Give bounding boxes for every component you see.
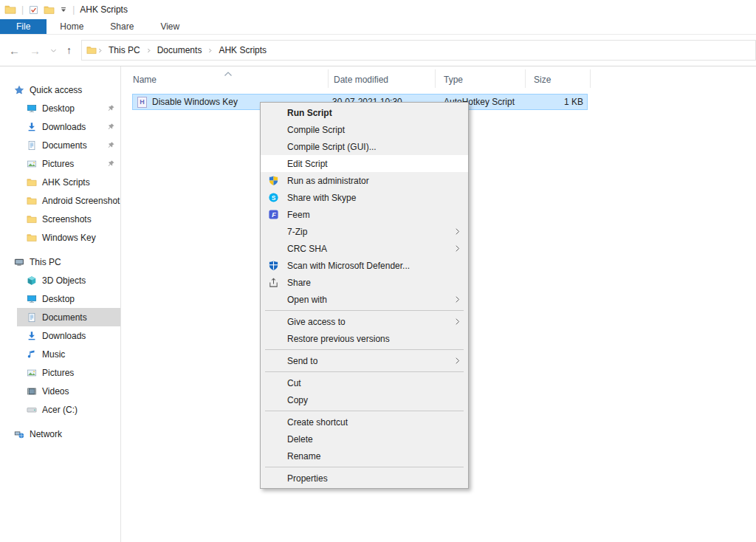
context-menu: Run ScriptCompile ScriptCompile Script (… xyxy=(260,102,469,489)
menu-item-label: Open with xyxy=(287,295,327,305)
menu-separator xyxy=(265,349,464,350)
sidebar-item-label: Downloads xyxy=(42,331,86,341)
menu-separator xyxy=(265,310,464,311)
menu-item-run-script[interactable]: Run Script xyxy=(261,104,468,121)
menu-item-label: Restore previous versions xyxy=(287,334,390,344)
column-header-name[interactable]: Name xyxy=(128,69,329,88)
menu-item-delete[interactable]: Delete xyxy=(261,430,468,447)
sidebar-item-screenshots[interactable]: Screenshots xyxy=(0,210,120,228)
forward-button[interactable]: → xyxy=(30,45,41,56)
menu-item-open-with[interactable]: Open with xyxy=(261,291,468,308)
defender-icon xyxy=(268,260,279,271)
sidebar-item-videos[interactable]: Videos xyxy=(0,382,120,400)
sidebar-item-label: Downloads xyxy=(42,122,86,132)
sidebar-item-downloads[interactable]: Downloads xyxy=(0,326,120,345)
monitor-icon xyxy=(27,294,37,304)
sidebar-item-documents[interactable]: Documents xyxy=(0,308,120,326)
menu-item-cut[interactable]: Cut xyxy=(261,374,468,391)
menu-item-edit-script[interactable]: Edit Script xyxy=(261,155,468,172)
download-icon xyxy=(27,331,37,341)
menu-item-create-shortcut[interactable]: Create shortcut xyxy=(261,414,468,430)
tab-home[interactable]: Home xyxy=(47,19,97,34)
sidebar-item-ahk-scripts[interactable]: AHK Scripts xyxy=(0,173,120,191)
menu-item-copy[interactable]: Copy xyxy=(261,391,468,408)
column-header-size[interactable]: Size xyxy=(526,69,591,88)
menu-item-properties[interactable]: Properties xyxy=(261,470,468,487)
sidebar-item-label: Pictures xyxy=(42,159,74,169)
sidebar-section-gap xyxy=(0,419,120,425)
sidebar-item-this-pc[interactable]: This PC xyxy=(0,253,120,271)
cube-icon xyxy=(27,275,37,286)
chev-icon xyxy=(453,295,461,303)
tab-share[interactable]: Share xyxy=(97,19,147,34)
menu-item-label: Properties xyxy=(287,473,328,484)
menu-item-label: Share with Skype xyxy=(287,193,356,203)
sidebar-item-quick-access[interactable]: Quick access xyxy=(0,80,120,99)
menu-item-send-to[interactable]: Send to xyxy=(261,352,468,369)
menu-item-run-as-administrator[interactable]: Run as administrator xyxy=(261,172,468,189)
sidebar-item-label: Windows Key xyxy=(42,233,96,243)
column-header-label: Size xyxy=(534,75,551,85)
menu-item-compile-script-gui[interactable]: Compile Script (GUI)... xyxy=(261,138,468,155)
menu-item-compile-script[interactable]: Compile Script xyxy=(261,121,468,138)
sidebar-section-gap xyxy=(0,247,120,253)
menu-item-restore-previous-versions[interactable]: Restore previous versions xyxy=(261,330,468,347)
menu-item-crc-sha[interactable]: CRC SHA xyxy=(261,240,468,257)
column-headers: Name Date modified Type Size xyxy=(121,69,756,88)
tab-file[interactable]: File xyxy=(0,19,47,34)
menu-item-share[interactable]: Share xyxy=(261,274,468,291)
sidebar-item-label: Music xyxy=(42,349,65,360)
sidebar-item-label: This PC xyxy=(30,257,61,267)
menu-separator xyxy=(265,411,464,411)
sidebar-item-pictures[interactable]: Pictures xyxy=(0,363,120,382)
breadcrumb-segment-this-pc[interactable]: This PC xyxy=(103,45,145,55)
network-icon xyxy=(14,429,24,439)
breadcrumb-segment-ahk-scripts[interactable]: AHK Scripts xyxy=(213,45,272,55)
sidebar-item-documents[interactable]: Documents xyxy=(0,136,120,154)
menu-item-label: Cut xyxy=(287,378,301,388)
sidebar-item-network[interactable]: Network xyxy=(0,425,120,443)
qat-new-folder-button[interactable] xyxy=(44,4,55,16)
feem-icon xyxy=(268,209,279,220)
sidebar-item-3d-objects[interactable]: 3D Objects xyxy=(0,271,120,289)
breadcrumb-segment-documents[interactable]: Documents xyxy=(152,45,207,55)
qat-properties-button[interactable] xyxy=(29,5,38,15)
back-button[interactable]: ← xyxy=(9,45,20,56)
menu-item-share-with-skype[interactable]: Share with Skype xyxy=(261,189,468,206)
column-header-date-modified[interactable]: Date modified xyxy=(329,69,436,88)
sidebar-item-android-screenshot[interactable]: Android Screenshot xyxy=(0,191,120,210)
menu-item-label: Compile Script (GUI)... xyxy=(287,142,377,152)
picture-icon xyxy=(27,159,37,169)
sidebar-item-acer-c[interactable]: Acer (C:) xyxy=(0,400,120,419)
menu-item-7-zip[interactable]: 7-Zip xyxy=(261,223,468,240)
sidebar-item-label: Desktop xyxy=(42,103,75,114)
up-button[interactable]: ↑ xyxy=(66,45,72,55)
sidebar-item-desktop[interactable]: Desktop xyxy=(0,99,120,117)
qat-customize-button[interactable] xyxy=(60,6,67,13)
recent-locations-chevron-icon[interactable] xyxy=(50,47,57,54)
dropdown-chevron-icon xyxy=(60,6,67,13)
new-folder-icon xyxy=(44,4,55,16)
chev-icon xyxy=(453,357,461,365)
navigation-bar: ← → ↑ This PCDocumentsAHK Scripts xyxy=(0,35,756,66)
sidebar-item-pictures[interactable]: Pictures xyxy=(0,154,120,173)
sidebar-item-windows-key[interactable]: Windows Key xyxy=(0,228,120,247)
ahk-file-icon xyxy=(137,97,147,108)
menu-item-rename[interactable]: Rename xyxy=(261,447,468,464)
titlebar-separator: | xyxy=(72,4,75,15)
sidebar-item-music[interactable]: Music xyxy=(0,345,120,363)
sidebar-item-downloads[interactable]: Downloads xyxy=(0,117,120,136)
sidebar-item-desktop[interactable]: Desktop xyxy=(0,289,120,308)
menu-item-scan-with-microsoft-defender[interactable]: Scan with Microsoft Defender... xyxy=(261,257,468,274)
column-header-type[interactable]: Type xyxy=(436,69,526,88)
tab-view[interactable]: View xyxy=(147,19,193,34)
menu-item-give-access-to[interactable]: Give access to xyxy=(261,313,468,330)
window-title: AHK Scripts xyxy=(80,4,128,15)
doc-icon xyxy=(27,140,37,151)
menu-item-label: Rename xyxy=(287,451,320,462)
address-bar[interactable]: This PCDocumentsAHK Scripts xyxy=(81,40,756,61)
menu-item-feem[interactable]: Feem xyxy=(261,206,468,223)
folder-icon xyxy=(27,233,37,243)
sidebar-item-label: Android Screenshot xyxy=(42,196,120,206)
sidebar: Quick accessDesktopDownloadsDocumentsPic… xyxy=(0,66,120,542)
